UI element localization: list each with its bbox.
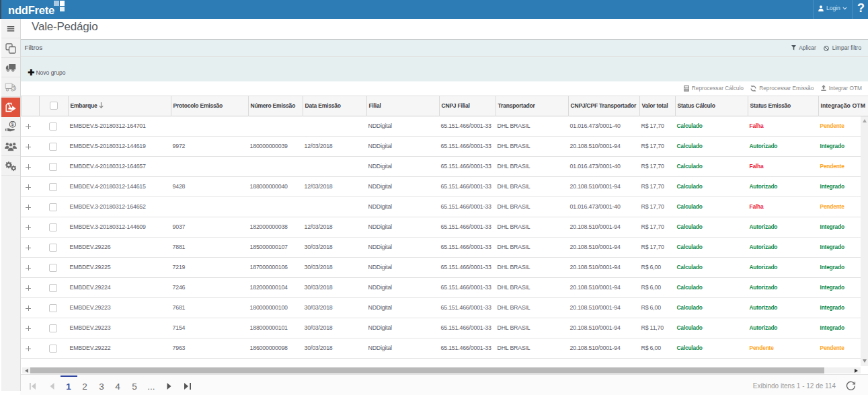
svg-text:$: $ — [11, 122, 14, 127]
